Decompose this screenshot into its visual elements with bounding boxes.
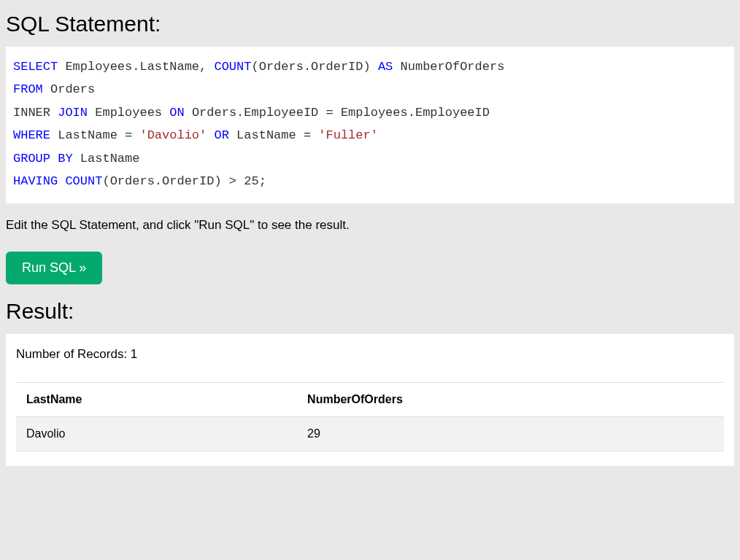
sql-token-str: 'Fuller' <box>318 128 378 142</box>
sql-token-fn: COUNT <box>214 60 251 74</box>
result-box: Number of Records: 1 LastNameNumberOfOrd… <box>6 334 734 466</box>
result-heading: Result: <box>6 299 734 324</box>
sql-token-kw: SELECT <box>13 60 58 74</box>
records-count: Number of Records: 1 <box>16 347 724 362</box>
table-cell: Davolio <box>16 416 297 451</box>
sql-token-fn: COUNT <box>65 174 102 188</box>
sql-token-ident: LastName = <box>58 128 139 142</box>
sql-token-kw: WHERE <box>13 128 50 142</box>
sql-token-ident: Employees.LastName <box>65 60 199 74</box>
sql-token-ident: LastName = <box>236 128 318 142</box>
sql-token-kw: BY <box>58 152 72 166</box>
sql-token-kw: JOIN <box>58 106 88 120</box>
sql-token-kw: OR <box>214 128 228 142</box>
sql-token-ident: Orders.EmployeeID = Employees.EmployeeID <box>192 106 490 120</box>
sql-token-kw: FROM <box>13 82 43 96</box>
table-body: Davolio29 <box>16 416 724 451</box>
column-header: NumberOfOrders <box>297 382 724 416</box>
sql-token-ident: NumberOfOrders <box>401 60 505 74</box>
run-sql-button[interactable]: Run SQL » <box>6 252 102 284</box>
sql-token-punct: , <box>199 60 214 74</box>
sql-editor[interactable]: SELECT Employees.LastName, COUNT(Orders.… <box>6 47 734 203</box>
table-row: Davolio29 <box>16 416 724 451</box>
result-table: LastNameNumberOfOrders Davolio29 <box>16 382 724 451</box>
sql-token-kw: HAVING <box>13 174 58 188</box>
table-cell: 29 <box>297 416 724 451</box>
sql-token-ident: Orders <box>50 82 95 96</box>
sql-token-ident: (Orders.OrderID) > 25; <box>102 174 266 188</box>
sql-token-kw: AS <box>378 60 393 74</box>
sql-token-kw: GROUP <box>13 152 50 166</box>
sql-token-ident: LastName <box>80 152 140 166</box>
table-header-row: LastNameNumberOfOrders <box>16 382 724 416</box>
sql-token-kw: ON <box>169 106 184 120</box>
column-header: LastName <box>16 382 297 416</box>
sql-token-ident: INNER <box>13 106 50 120</box>
sql-token-ident: Employees <box>95 106 169 120</box>
sql-token-punct: (Orders.OrderID) <box>251 60 377 74</box>
sql-statement-heading: SQL Statement: <box>6 12 734 36</box>
instructions-text: Edit the SQL Statement, and click "Run S… <box>6 218 734 233</box>
sql-token-str: 'Davolio' <box>139 128 207 142</box>
